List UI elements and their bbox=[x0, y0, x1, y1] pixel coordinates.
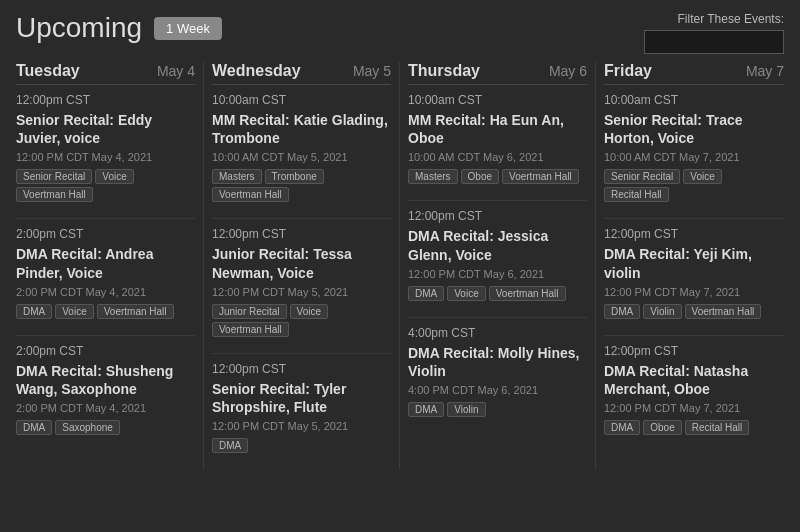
event-tags: Senior RecitalVoiceRecital Hall bbox=[604, 169, 784, 202]
event-tag[interactable]: Voertman Hall bbox=[97, 304, 174, 319]
event-title: MM Recital: Katie Glading, Trombone bbox=[212, 111, 391, 147]
event-tags: DMAViolin bbox=[408, 402, 587, 417]
event-datetime: 2:00 PM CDT May 4, 2021 bbox=[16, 286, 195, 298]
event-block[interactable]: 2:00pm CSTDMA Recital: Shusheng Wang, Sa… bbox=[16, 344, 195, 435]
event-time: 12:00pm CST bbox=[604, 344, 784, 358]
event-tag[interactable]: Recital Hall bbox=[685, 420, 750, 435]
event-datetime: 12:00 PM CDT May 7, 2021 bbox=[604, 402, 784, 414]
event-title: DMA Recital: Jessica Glenn, Voice bbox=[408, 227, 587, 263]
event-title: MM Recital: Ha Eun An, Oboe bbox=[408, 111, 587, 147]
event-title: DMA Recital: Andrea Pinder, Voice bbox=[16, 245, 195, 281]
event-title: Senior Recital: Tyler Shropshire, Flute bbox=[212, 380, 391, 416]
event-block[interactable]: 10:00am CSTMM Recital: Katie Glading, Tr… bbox=[212, 93, 391, 202]
event-block[interactable]: 12:00pm CSTDMA Recital: Natasha Merchant… bbox=[604, 344, 784, 435]
event-tag[interactable]: Voice bbox=[290, 304, 328, 319]
event-tag[interactable]: Voertman Hall bbox=[212, 322, 289, 337]
event-title: DMA Recital: Shusheng Wang, Saxophone bbox=[16, 362, 195, 398]
event-tags: DMASaxophone bbox=[16, 420, 195, 435]
event-block[interactable]: 2:00pm CSTDMA Recital: Andrea Pinder, Vo… bbox=[16, 227, 195, 318]
event-block[interactable]: 12:00pm CSTDMA Recital: Jessica Glenn, V… bbox=[408, 209, 587, 300]
day-name: Friday bbox=[604, 62, 652, 80]
event-tags: Senior RecitalVoiceVoertman Hall bbox=[16, 169, 195, 202]
event-tag[interactable]: Voertman Hall bbox=[685, 304, 762, 319]
event-tag[interactable]: Voice bbox=[447, 286, 485, 301]
event-block[interactable]: 4:00pm CSTDMA Recital: Molly Hines, Viol… bbox=[408, 326, 587, 417]
event-divider bbox=[408, 200, 587, 201]
event-tags: DMAOboeRecital Hall bbox=[604, 420, 784, 435]
event-block[interactable]: 12:00pm CSTJunior Recital: Tessa Newman,… bbox=[212, 227, 391, 336]
event-tag[interactable]: Senior Recital bbox=[604, 169, 680, 184]
event-tag[interactable]: DMA bbox=[212, 438, 248, 453]
event-tag[interactable]: Masters bbox=[212, 169, 262, 184]
event-tag[interactable]: DMA bbox=[16, 420, 52, 435]
event-tag[interactable]: Senior Recital bbox=[16, 169, 92, 184]
event-block[interactable]: 10:00am CSTMM Recital: Ha Eun An, Oboe10… bbox=[408, 93, 587, 184]
event-tag[interactable]: Voertman Hall bbox=[16, 187, 93, 202]
event-time: 12:00pm CST bbox=[212, 362, 391, 376]
day-header-tuesday: TuesdayMay 4 bbox=[16, 62, 195, 85]
event-tags: DMAVoiceVoertman Hall bbox=[16, 304, 195, 319]
event-datetime: 10:00 AM CDT May 5, 2021 bbox=[212, 151, 391, 163]
event-divider bbox=[212, 353, 391, 354]
event-tag[interactable]: DMA bbox=[16, 304, 52, 319]
day-date: May 6 bbox=[549, 63, 587, 79]
event-datetime: 10:00 AM CDT May 7, 2021 bbox=[604, 151, 784, 163]
event-tags: MastersOboeVoertman Hall bbox=[408, 169, 587, 184]
page-title: Upcoming bbox=[16, 12, 142, 44]
day-date: May 5 bbox=[353, 63, 391, 79]
week-button[interactable]: 1 Week bbox=[154, 17, 222, 40]
event-datetime: 12:00 PM CDT May 4, 2021 bbox=[16, 151, 195, 163]
event-tag[interactable]: Saxophone bbox=[55, 420, 120, 435]
event-tag[interactable]: Trombone bbox=[265, 169, 324, 184]
day-date: May 4 bbox=[157, 63, 195, 79]
event-tag[interactable]: DMA bbox=[604, 304, 640, 319]
filter-input[interactable] bbox=[644, 30, 784, 54]
event-tag[interactable]: Voice bbox=[683, 169, 721, 184]
event-tag[interactable]: DMA bbox=[604, 420, 640, 435]
event-time: 12:00pm CST bbox=[16, 93, 195, 107]
event-tag[interactable]: Voertman Hall bbox=[212, 187, 289, 202]
event-tag[interactable]: Violin bbox=[643, 304, 681, 319]
event-time: 2:00pm CST bbox=[16, 344, 195, 358]
day-name: Thursday bbox=[408, 62, 480, 80]
event-divider bbox=[212, 218, 391, 219]
event-title: DMA Recital: Yeji Kim, violin bbox=[604, 245, 784, 281]
event-title: Senior Recital: Trace Horton, Voice bbox=[604, 111, 784, 147]
event-datetime: 12:00 PM CDT May 6, 2021 bbox=[408, 268, 587, 280]
event-title: DMA Recital: Natasha Merchant, Oboe bbox=[604, 362, 784, 398]
event-time: 2:00pm CST bbox=[16, 227, 195, 241]
event-tag[interactable]: Voertman Hall bbox=[489, 286, 566, 301]
event-block[interactable]: 12:00pm CSTSenior Recital: Tyler Shropsh… bbox=[212, 362, 391, 453]
event-tag[interactable]: Oboe bbox=[461, 169, 499, 184]
event-tag[interactable]: DMA bbox=[408, 402, 444, 417]
event-tag[interactable]: Voice bbox=[55, 304, 93, 319]
event-tags: DMA bbox=[212, 438, 391, 453]
day-column-wednesday: WednesdayMay 510:00am CSTMM Recital: Kat… bbox=[204, 62, 400, 469]
event-datetime: 10:00 AM CDT May 6, 2021 bbox=[408, 151, 587, 163]
event-datetime: 2:00 PM CDT May 4, 2021 bbox=[16, 402, 195, 414]
header-left: Upcoming 1 Week bbox=[16, 12, 222, 44]
day-column-tuesday: TuesdayMay 412:00pm CSTSenior Recital: E… bbox=[8, 62, 204, 469]
event-datetime: 4:00 PM CDT May 6, 2021 bbox=[408, 384, 587, 396]
event-block[interactable]: 12:00pm CSTSenior Recital: Eddy Juvier, … bbox=[16, 93, 195, 202]
filter-area: Filter These Events: bbox=[644, 12, 784, 54]
event-divider bbox=[16, 218, 195, 219]
event-tag[interactable]: Recital Hall bbox=[604, 187, 669, 202]
event-time: 10:00am CST bbox=[604, 93, 784, 107]
event-datetime: 12:00 PM CDT May 5, 2021 bbox=[212, 420, 391, 432]
event-block[interactable]: 10:00am CSTSenior Recital: Trace Horton,… bbox=[604, 93, 784, 202]
event-tag[interactable]: Violin bbox=[447, 402, 485, 417]
event-tag[interactable]: Masters bbox=[408, 169, 458, 184]
event-datetime: 12:00 PM CDT May 7, 2021 bbox=[604, 286, 784, 298]
event-title: DMA Recital: Molly Hines, Violin bbox=[408, 344, 587, 380]
event-block[interactable]: 12:00pm CSTDMA Recital: Yeji Kim, violin… bbox=[604, 227, 784, 318]
event-divider bbox=[604, 218, 784, 219]
event-divider bbox=[604, 335, 784, 336]
event-tag[interactable]: Voertman Hall bbox=[502, 169, 579, 184]
day-column-friday: FridayMay 710:00am CSTSenior Recital: Tr… bbox=[596, 62, 792, 469]
event-tag[interactable]: DMA bbox=[408, 286, 444, 301]
event-tag[interactable]: Voice bbox=[95, 169, 133, 184]
event-tag[interactable]: Junior Recital bbox=[212, 304, 287, 319]
filter-label: Filter These Events: bbox=[678, 12, 785, 26]
event-tag[interactable]: Oboe bbox=[643, 420, 681, 435]
